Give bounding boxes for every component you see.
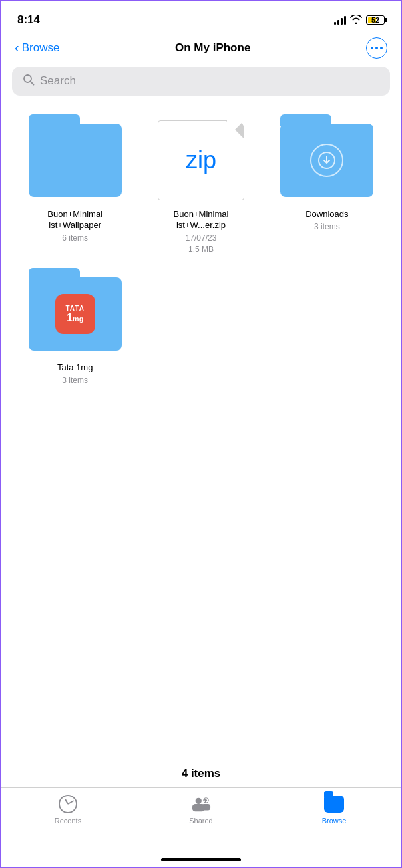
file-name: Downloads — [305, 209, 348, 220]
list-item[interactable]: zip Buon+Minimalist+W...er.zip 17/07/231… — [138, 117, 264, 255]
tata-app-icon: TATA 1mg — [55, 294, 95, 334]
status-icons: 52 — [334, 15, 385, 26]
file-name: Tata 1mg — [57, 362, 93, 374]
battery-icon: 52 — [366, 15, 385, 25]
file-name: Buon+Minimalist+W...er.zip — [174, 209, 229, 231]
svg-point-4 — [196, 798, 202, 804]
chevron-left-icon: ‹ — [15, 40, 19, 55]
tab-browse-label: Browse — [322, 817, 347, 825]
navigation-bar: ‹ Browse On My iPhone — [1, 35, 401, 67]
page-title: On My iPhone — [175, 41, 250, 55]
tata-folder-icon: TATA 1mg — [22, 271, 128, 357]
file-name: Buon+Minimalist+Wallpaper — [47, 209, 102, 231]
file-meta: 17/07/231.5 MB — [186, 233, 217, 255]
list-item[interactable]: Downloads 3 items — [264, 117, 390, 255]
wifi-icon — [350, 15, 362, 26]
download-arrow-icon — [310, 144, 343, 177]
back-label: Browse — [22, 41, 60, 55]
home-indicator — [161, 858, 241, 861]
tab-shared-label: Shared — [189, 817, 212, 825]
files-grid: Buon+Minimalist+Wallpaper 6 items zip Bu… — [1, 106, 401, 255]
item-count: 4 items — [1, 767, 401, 780]
status-time: 8:14 — [17, 13, 40, 27]
search-container: Search — [1, 67, 401, 106]
tab-recents-label: Recents — [55, 817, 81, 825]
more-button[interactable] — [366, 37, 387, 59]
search-icon — [23, 74, 35, 88]
folder-icon — [22, 117, 128, 204]
downloads-folder-icon — [274, 117, 380, 204]
list-item[interactable]: Buon+Minimalist+Wallpaper 6 items — [12, 117, 138, 255]
file-meta: 6 items — [62, 233, 88, 244]
svg-line-1 — [31, 82, 34, 85]
tab-bar: Recents Shared Browse — [1, 787, 401, 867]
recents-icon — [58, 794, 78, 814]
list-item[interactable]: TATA 1mg Tata 1mg 3 items — [12, 271, 138, 386]
back-button[interactable]: ‹ Browse — [15, 41, 59, 55]
tab-shared[interactable]: Shared — [174, 794, 228, 825]
signal-icon — [334, 15, 346, 25]
file-meta: 3 items — [314, 221, 340, 233]
tab-recents[interactable]: Recents — [41, 794, 95, 825]
status-bar: 8:14 52 — [1, 1, 401, 35]
search-bar[interactable]: Search — [12, 67, 390, 96]
file-meta: 3 items — [62, 375, 88, 386]
second-row: TATA 1mg Tata 1mg 3 items — [1, 271, 401, 386]
browse-icon — [324, 794, 344, 814]
svg-rect-6 — [202, 804, 210, 810]
ellipsis-icon — [371, 47, 383, 49]
shared-icon — [191, 794, 211, 814]
tab-browse[interactable]: Browse — [307, 794, 361, 825]
zip-file-icon: zip — [158, 117, 244, 204]
search-placeholder: Search — [40, 74, 76, 88]
